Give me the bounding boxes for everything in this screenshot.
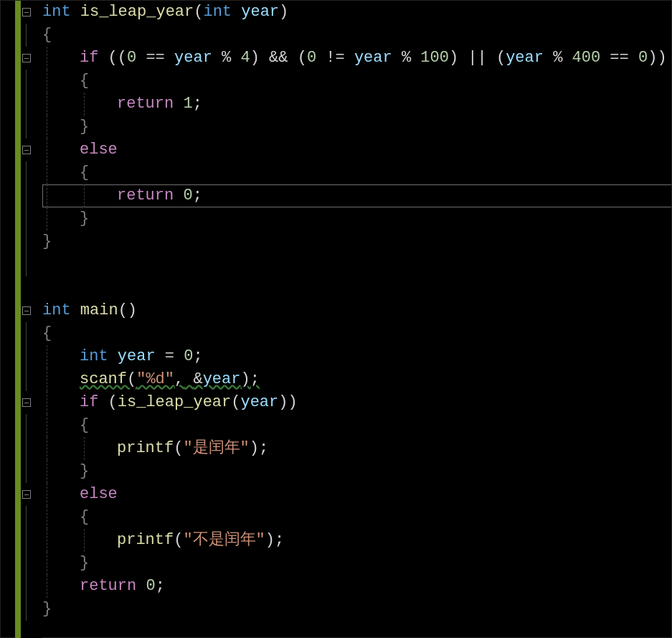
- fold-gutter[interactable]: [21, 1, 42, 638]
- code-line[interactable]: else: [42, 139, 118, 161]
- token-op: [184, 370, 193, 388]
- code-line[interactable]: {: [42, 70, 89, 93]
- token-kw-type: int: [80, 347, 108, 365]
- code-line[interactable]: }: [42, 552, 89, 575]
- fold-guide: [21, 414, 42, 437]
- code-line[interactable]: if ((0 == year % 4) && (0 != year % 100)…: [42, 47, 667, 70]
- code-line[interactable]: int year = 0;: [42, 345, 203, 368]
- token-num: 0: [184, 347, 193, 365]
- token-brace: }: [42, 233, 52, 250]
- token-op: ;: [275, 531, 284, 549]
- token-op: [174, 187, 183, 205]
- token-op: ==: [600, 49, 638, 67]
- token-ident: year: [241, 3, 279, 21]
- indent-guide: [47, 506, 47, 529]
- indent-guide: [47, 368, 47, 391]
- indent-guide: [47, 70, 47, 93]
- code-line[interactable]: int main(): [42, 299, 137, 322]
- token-kw-type: int: [42, 301, 71, 319]
- token-fn: is_leap_year: [80, 3, 194, 21]
- fold-minus-icon[interactable]: [22, 8, 31, 17]
- code-line[interactable]: {: [42, 24, 52, 47]
- token-paren: ): [240, 370, 250, 388]
- fold-toggle[interactable]: [21, 139, 42, 161]
- token-op: ==: [136, 49, 174, 67]
- token-paren: (: [174, 531, 183, 549]
- code-line[interactable]: }: [42, 207, 89, 230]
- fold-minus-icon[interactable]: [22, 490, 31, 499]
- token-num: 4: [240, 49, 250, 67]
- code-line[interactable]: {: [42, 161, 89, 184]
- token-op: %: [544, 49, 572, 67]
- token-paren: ): [279, 3, 288, 21]
- indent-guide: [47, 437, 47, 460]
- token-num: 400: [572, 49, 601, 67]
- code-line[interactable]: }: [42, 230, 52, 253]
- token-str: "%d": [136, 370, 174, 388]
- token-op: [98, 49, 108, 67]
- fold-guide: [21, 161, 42, 184]
- indent-guide: [47, 184, 47, 207]
- token-paren: ): [265, 531, 275, 549]
- fold-minus-icon[interactable]: [22, 306, 31, 315]
- code-line[interactable]: return 1;: [42, 93, 202, 116]
- token-ident: year: [240, 393, 278, 411]
- code-line[interactable]: scanf("%d", &year);: [42, 368, 260, 391]
- fold-guide: [21, 575, 42, 598]
- code-line[interactable]: int is_leap_year(int year): [42, 1, 288, 24]
- fold-minus-icon[interactable]: [22, 398, 31, 407]
- token-brace: }: [80, 462, 89, 480]
- token-num: 0: [127, 49, 136, 67]
- token-paren: ): [278, 393, 288, 411]
- fold-toggle[interactable]: [21, 299, 42, 322]
- fold-toggle[interactable]: [21, 483, 42, 506]
- code-line[interactable]: else: [42, 483, 118, 506]
- token-paren: (: [194, 3, 203, 21]
- fold-guide: [21, 345, 42, 368]
- code-line[interactable]: printf("不是闰年");: [42, 529, 284, 552]
- code-line[interactable]: }: [42, 460, 89, 483]
- token-paren: (: [298, 49, 307, 67]
- token-ident: year: [203, 370, 241, 388]
- code-line[interactable]: {: [42, 414, 89, 437]
- fold-guide: [21, 322, 42, 345]
- indent-guide: [47, 529, 47, 552]
- fold-toggle[interactable]: [21, 47, 42, 70]
- token-op: &: [193, 370, 202, 388]
- code-line[interactable]: {: [42, 322, 52, 345]
- token-paren: ): [128, 301, 137, 319]
- fold-guide: [21, 230, 42, 253]
- token-op: ||: [458, 49, 496, 67]
- token-brace: }: [80, 554, 89, 572]
- code-line[interactable]: }: [42, 116, 89, 139]
- code-line[interactable]: if (is_leap_year(year)): [42, 391, 298, 414]
- indent-guide: [47, 552, 47, 575]
- token-brace: {: [80, 164, 89, 182]
- code-line[interactable]: return 0;: [42, 184, 202, 207]
- token-kw-flow: return: [80, 577, 136, 595]
- code-line[interactable]: return 0;: [42, 575, 165, 598]
- fold-guide: [21, 460, 42, 483]
- fold-minus-icon[interactable]: [22, 146, 31, 154]
- code-line[interactable]: printf("是闰年");: [42, 437, 268, 460]
- token-paren: (: [118, 49, 127, 67]
- token-str: "不是闰年": [183, 531, 265, 549]
- token-brace: {: [80, 72, 89, 90]
- token-op: [174, 95, 183, 113]
- token-op: ;: [193, 187, 202, 205]
- fold-guide: [21, 598, 42, 621]
- indent-guide: [47, 139, 47, 161]
- indent-guide: [47, 391, 47, 414]
- indent-guide: [47, 414, 47, 437]
- code-line[interactable]: }: [42, 598, 52, 621]
- token-fn: is_leap_year: [118, 393, 231, 411]
- token-paren: ): [250, 439, 259, 457]
- fold-toggle[interactable]: [21, 1, 42, 24]
- token-kw-flow: if: [80, 49, 98, 67]
- fold-minus-icon[interactable]: [22, 54, 31, 62]
- fold-guide: [21, 506, 42, 529]
- code-line[interactable]: {: [42, 506, 89, 529]
- token-kw-flow: if: [80, 393, 98, 411]
- fold-toggle[interactable]: [21, 391, 42, 414]
- code-editor[interactable]: int is_leap_year(int year){if ((0 == yea…: [0, 0, 672, 638]
